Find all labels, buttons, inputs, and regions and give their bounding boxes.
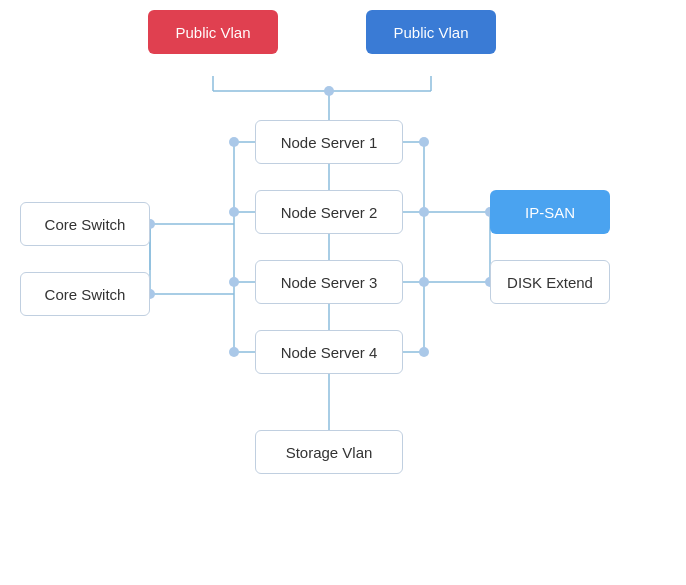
public-vlan-red: Public Vlan	[148, 10, 278, 54]
ip-san: IP-SAN	[490, 190, 610, 234]
core-switch-1: Core Switch	[20, 202, 150, 246]
node-server-1: Node Server 1	[255, 120, 403, 164]
network-diagram: Public Vlan Public Vlan Node Server 1 No…	[0, 0, 686, 585]
node-server-4: Node Server 4	[255, 330, 403, 374]
dot-ns4-left	[229, 347, 239, 357]
dot-ns2-right	[419, 207, 429, 217]
dot-ns2-left	[229, 207, 239, 217]
storage-vlan: Storage Vlan	[255, 430, 403, 474]
node-server-3: Node Server 3	[255, 260, 403, 304]
node-server-2: Node Server 2	[255, 190, 403, 234]
dot-ns3-left	[229, 277, 239, 287]
dot-ns1-right	[419, 137, 429, 147]
disk-extend: DISK Extend	[490, 260, 610, 304]
dot-ns3-right	[419, 277, 429, 287]
public-vlan-blue: Public Vlan	[366, 10, 496, 54]
dot-ns4-right	[419, 347, 429, 357]
dot-top-junction	[324, 86, 334, 96]
dot-ns1-left	[229, 137, 239, 147]
core-switch-2: Core Switch	[20, 272, 150, 316]
